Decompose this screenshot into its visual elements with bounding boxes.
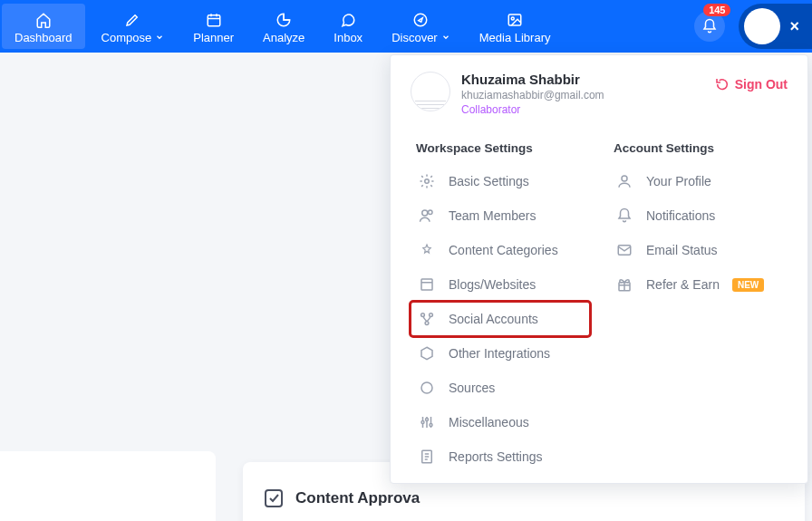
signout-label: Sign Out — [735, 77, 788, 92]
menu-your-profile[interactable]: Your Profile — [608, 164, 788, 198]
side-card — [0, 451, 216, 521]
menu-basic-settings[interactable]: Basic Settings — [411, 164, 590, 198]
menu-miscellaneous[interactable]: Miscellaneous — [411, 405, 590, 439]
menu-sources[interactable]: Sources — [411, 371, 590, 405]
pencil-icon — [123, 11, 141, 29]
svg-point-6 — [422, 210, 428, 216]
chevron-down-icon — [441, 33, 450, 42]
menu-label: Refer & Earn — [646, 277, 720, 292]
menu-email-status[interactable]: Email Status — [608, 233, 788, 267]
check-square-icon — [263, 487, 285, 509]
svg-point-5 — [425, 179, 430, 184]
bell-icon — [701, 18, 718, 34]
users-icon — [418, 207, 436, 225]
menu-content-categories[interactable]: Content Categories — [411, 233, 590, 267]
user-name: Khuzaima Shabbir — [461, 72, 715, 87]
sliders-icon — [418, 413, 436, 431]
close-icon[interactable]: × — [789, 17, 799, 36]
nav-analyze[interactable]: Analyze — [250, 4, 317, 49]
nav-discover[interactable]: Discover — [379, 4, 463, 49]
user-dropdown-panel: Khuzaima Shabbir khuziamashabbir@gmail.c… — [390, 54, 808, 484]
calendar-icon — [205, 11, 223, 29]
branch-icon — [418, 310, 436, 328]
nav-media-library[interactable]: Media Library — [467, 4, 564, 49]
chat-icon — [339, 11, 357, 29]
nav-label: Inbox — [334, 31, 362, 44]
menu-refer-earn[interactable]: Refer & Earn NEW — [608, 267, 788, 302]
menu-label: Blogs/Websites — [449, 277, 536, 292]
nav-label: Discover — [392, 31, 438, 44]
menu-label: Miscellaneous — [449, 415, 529, 429]
svg-point-13 — [421, 421, 424, 424]
compass-icon — [411, 11, 430, 29]
bell-icon — [615, 207, 633, 225]
menu-label: Team Members — [449, 208, 536, 223]
image-icon — [506, 11, 524, 29]
user-role: Collaborator — [461, 103, 715, 116]
nav-label: Media Library — [479, 31, 551, 44]
nav-label: Analyze — [263, 31, 304, 44]
workspace-settings-column: Workspace Settings Basic Settings Team M… — [411, 136, 590, 474]
menu-label: Content Categories — [449, 243, 558, 257]
nav-label: Planner — [193, 31, 234, 44]
file-icon — [418, 448, 436, 466]
circle-icon — [418, 379, 436, 397]
menu-reports-settings[interactable]: Reports Settings — [411, 439, 590, 474]
notification-badge: 145 — [703, 4, 730, 16]
svg-point-14 — [426, 419, 429, 421]
panel-header: Khuzaima Shabbir khuziamashabbir@gmail.c… — [391, 55, 807, 127]
hexagon-icon — [418, 344, 436, 362]
menu-label: Sources — [449, 381, 495, 395]
svg-point-12 — [421, 382, 432, 393]
gift-icon — [615, 275, 633, 294]
notifications-button[interactable]: 145 — [684, 0, 735, 53]
user-icon — [615, 172, 633, 190]
menu-social-accounts[interactable]: Social Accounts — [411, 302, 590, 336]
nav-planner[interactable]: Planner — [180, 4, 246, 49]
menu-blogs-websites[interactable]: Blogs/Websites — [411, 267, 590, 302]
user-menu[interactable]: × — [739, 4, 812, 49]
nav-compose[interactable]: Compose — [89, 4, 178, 49]
nav-inbox[interactable]: Inbox — [321, 4, 375, 49]
avatar — [744, 8, 780, 44]
menu-notifications[interactable]: Notifications — [608, 198, 788, 233]
nav-dashboard[interactable]: Dashboard — [2, 4, 85, 49]
svg-point-15 — [430, 424, 432, 427]
gear-icon — [418, 172, 436, 190]
menu-label: Reports Settings — [449, 449, 543, 464]
column-title: Workspace Settings — [416, 141, 590, 155]
svg-point-10 — [430, 314, 433, 317]
avatar — [411, 72, 450, 111]
svg-point-3 — [511, 17, 514, 20]
account-settings-column: Account Settings Your Profile Notificati… — [608, 136, 788, 474]
svg-point-9 — [421, 314, 425, 317]
tag-icon — [418, 241, 436, 259]
menu-label: Social Accounts — [449, 312, 538, 326]
menu-label: Notifications — [646, 208, 715, 223]
card-title: Content Approva — [295, 489, 420, 507]
menu-other-integrations[interactable]: Other Integrations — [411, 336, 590, 371]
column-title: Account Settings — [614, 141, 788, 155]
svg-point-7 — [429, 210, 433, 215]
home-icon — [34, 11, 53, 29]
menu-team-members[interactable]: Team Members — [411, 198, 590, 233]
chevron-down-icon — [155, 33, 164, 42]
svg-rect-8 — [421, 279, 432, 290]
nav-label: Dashboard — [14, 31, 72, 44]
svg-point-11 — [425, 322, 429, 325]
menu-label: Basic Settings — [449, 174, 529, 188]
top-nav: Dashboard Compose Planner Analyze Inbox — [0, 0, 812, 53]
sign-out-button[interactable]: Sign Out — [715, 77, 788, 92]
menu-label: Other Integrations — [449, 346, 550, 361]
svg-point-17 — [622, 176, 627, 181]
layout-icon — [418, 275, 436, 294]
menu-label: Email Status — [646, 243, 718, 257]
user-email: khuziamashabbir@gmail.com — [461, 89, 715, 101]
svg-rect-0 — [208, 14, 220, 25]
mail-icon — [615, 241, 633, 259]
pie-icon — [275, 11, 293, 29]
nav-label: Compose — [102, 31, 152, 44]
signout-icon — [715, 77, 730, 92]
new-badge: NEW — [732, 278, 764, 292]
svg-rect-4 — [266, 490, 282, 507]
